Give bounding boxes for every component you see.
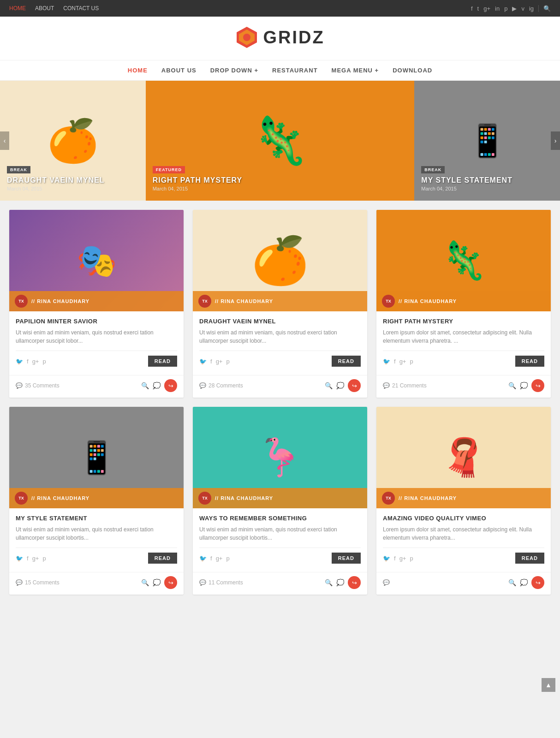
hero-slide-3-content: BREAK MY STYLE STATEMENT March 04, 2015 (421, 165, 512, 191)
top-nav-home[interactable]: HOME (9, 5, 26, 12)
card-1-search-icon[interactable]: 🔍 (141, 382, 149, 389)
card-5-pinterest-icon[interactable]: p (226, 555, 229, 562)
card-3-read-button[interactable]: READ (515, 356, 544, 367)
card-3-pinterest-icon[interactable]: p (410, 358, 413, 365)
card-4-title: MY STYLE STATEMENT (16, 515, 177, 522)
comment-icon-3: 💬 (383, 382, 390, 389)
card-2-read-button[interactable]: READ (332, 356, 361, 367)
card-3-actions: 🐦 f g+ p READ (383, 351, 544, 367)
linkedin-icon[interactable]: in (495, 5, 500, 12)
comment-icon-2: 💬 (199, 382, 206, 389)
card-4-comments: 💬 15 Comments (16, 579, 60, 586)
card-3-share-button[interactable]: ↪ (531, 379, 544, 392)
facebook-icon[interactable]: f (471, 5, 473, 12)
instagram-icon[interactable]: ig (529, 5, 534, 12)
twitter-icon[interactable]: t (477, 5, 479, 12)
card-3-social: 🐦 f g+ p (383, 358, 413, 365)
card-6-pinterest-icon[interactable]: p (410, 555, 413, 562)
card-3-chat-icon[interactable]: 💭 (520, 382, 528, 389)
card-1-facebook-icon[interactable]: f (27, 358, 29, 365)
nav-dropdown[interactable]: DROP DOWN + (210, 67, 258, 74)
nav-home[interactable]: HOME (128, 67, 148, 74)
card-4-google-icon[interactable]: g+ (32, 555, 39, 562)
card-3-search-icon[interactable]: 🔍 (508, 382, 516, 389)
card-3-google-icon[interactable]: g+ (399, 358, 406, 365)
card-2: 🍊 TX // RINA CHAUDHARY DRAUGHT VAEIN MYN… (193, 210, 367, 398)
card-6-share-button[interactable]: ↪ (531, 576, 544, 589)
card-2-pinterest-icon[interactable]: p (226, 358, 229, 365)
card-1-title: PAPILION MINTER SAVIOR (16, 318, 177, 325)
hero-date-1: March 04, 2015 (7, 186, 105, 191)
top-nav-contact[interactable]: CONTACT US (63, 5, 99, 12)
card-1-share-button[interactable]: ↪ (164, 379, 177, 392)
card-2-facebook-icon[interactable]: f (210, 358, 212, 365)
card-1-comments: 💬 35 Comments (16, 382, 60, 389)
logo[interactable]: GRIDZ (235, 26, 324, 49)
hero-date-2: March 04, 2015 (153, 186, 243, 191)
card-1-footer: 💬 35 Comments 🔍 💭 ↪ (9, 375, 184, 398)
nav-restaurant[interactable]: RESTAURANT (272, 67, 318, 74)
card-2-excerpt: Ut wisi enim ad minim veniam, quis nostr… (199, 328, 361, 345)
nav-mega-menu[interactable]: MEGA MENU + (332, 67, 379, 74)
card-2-chat-icon[interactable]: 💭 (336, 382, 344, 389)
card-6-search-icon[interactable]: 🔍 (508, 579, 516, 586)
card-2-footer-icons: 🔍 💭 ↪ (325, 379, 361, 392)
card-6-google-icon[interactable]: g+ (399, 555, 406, 562)
card-1-google-icon[interactable]: g+ (32, 358, 39, 365)
hero-title-2: RIGHT PATH MYSTERY (153, 176, 243, 184)
card-5-chat-icon[interactable]: 💭 (336, 579, 344, 586)
card-4-chat-icon[interactable]: 💭 (153, 579, 161, 586)
card-5-comment-count: 11 Comments (209, 579, 243, 586)
nav-about-us[interactable]: ABOUT US (161, 67, 197, 74)
card-2-share-button[interactable]: ↪ (348, 379, 361, 392)
card-2-avatar: TX (198, 295, 211, 308)
card-6-read-button[interactable]: READ (515, 553, 544, 564)
card-3-image: 🦎 TX // RINA CHAUDHARY (376, 210, 551, 311)
pinterest-icon[interactable]: p (504, 5, 507, 12)
card-4-pinterest-icon[interactable]: p (42, 555, 46, 562)
card-3-footer-icons: 🔍 💭 ↪ (508, 379, 544, 392)
card-6-chat-icon[interactable]: 💭 (520, 579, 528, 586)
card-4-search-icon[interactable]: 🔍 (141, 579, 149, 586)
card-4-twitter-icon[interactable]: 🐦 (16, 555, 23, 562)
card-5-read-button[interactable]: READ (332, 553, 361, 564)
search-icon[interactable]: 🔍 (538, 5, 551, 12)
nav-download[interactable]: DOWNLOAD (393, 67, 432, 74)
card-1-body: PAPILION MINTER SAVIOR Ut wisi enim ad m… (9, 311, 184, 375)
card-1-pinterest-icon[interactable]: p (42, 358, 46, 365)
hero-slide-2-content: FEATURED RIGHT PATH MYSTERY March 04, 20… (153, 165, 243, 191)
card-5-facebook-icon[interactable]: f (210, 555, 212, 562)
card-6-twitter-icon[interactable]: 🐦 (383, 555, 390, 562)
card-5-search-icon[interactable]: 🔍 (325, 579, 333, 586)
card-5-share-button[interactable]: ↪ (348, 576, 361, 589)
card-1-read-button[interactable]: READ (148, 356, 177, 367)
card-6-author-name: // RINA CHAUDHARY (399, 495, 457, 501)
card-4-footer-icons: 🔍 💭 ↪ (141, 576, 177, 589)
card-2-twitter-icon[interactable]: 🐦 (199, 358, 207, 365)
card-1-chat-icon[interactable]: 💭 (153, 382, 161, 389)
card-4-facebook-icon[interactable]: f (27, 555, 29, 562)
card-6: 🧣 TX // RINA CHAUDHARY AMAZING VIDEO QUA… (376, 407, 551, 595)
card-2-image: 🍊 TX // RINA CHAUDHARY (193, 210, 367, 311)
card-3-facebook-icon[interactable]: f (394, 358, 396, 365)
hero-prev-arrow[interactable]: ‹ (0, 131, 9, 150)
card-5-twitter-icon[interactable]: 🐦 (199, 555, 207, 562)
card-2-search-icon[interactable]: 🔍 (325, 382, 333, 389)
card-4-read-button[interactable]: READ (148, 553, 177, 564)
youtube-icon[interactable]: ▶ (512, 5, 517, 12)
card-3-comments: 💬 21 Comments (383, 382, 427, 389)
card-4-share-button[interactable]: ↪ (164, 576, 177, 589)
google-plus-icon[interactable]: g+ (483, 5, 490, 12)
vimeo-icon[interactable]: v (521, 5, 524, 12)
top-nav-about[interactable]: ABOUT (35, 5, 54, 12)
card-5-google-icon[interactable]: g+ (216, 555, 223, 562)
card-6-body: AMAZING VIDEO QUALITY VIMEO Lorem ipsum … (376, 508, 551, 572)
card-3-twitter-icon[interactable]: 🐦 (383, 358, 390, 365)
card-1-twitter-icon[interactable]: 🐦 (16, 358, 23, 365)
card-3-emoji: 🦎 (441, 239, 487, 282)
card-6-facebook-icon[interactable]: f (394, 555, 396, 562)
comment-icon-4: 💬 (16, 579, 23, 586)
hero-next-arrow[interactable]: › (551, 131, 560, 150)
card-5-footer: 💬 11 Comments 🔍 💭 ↪ (193, 572, 367, 595)
card-2-google-icon[interactable]: g+ (216, 358, 223, 365)
